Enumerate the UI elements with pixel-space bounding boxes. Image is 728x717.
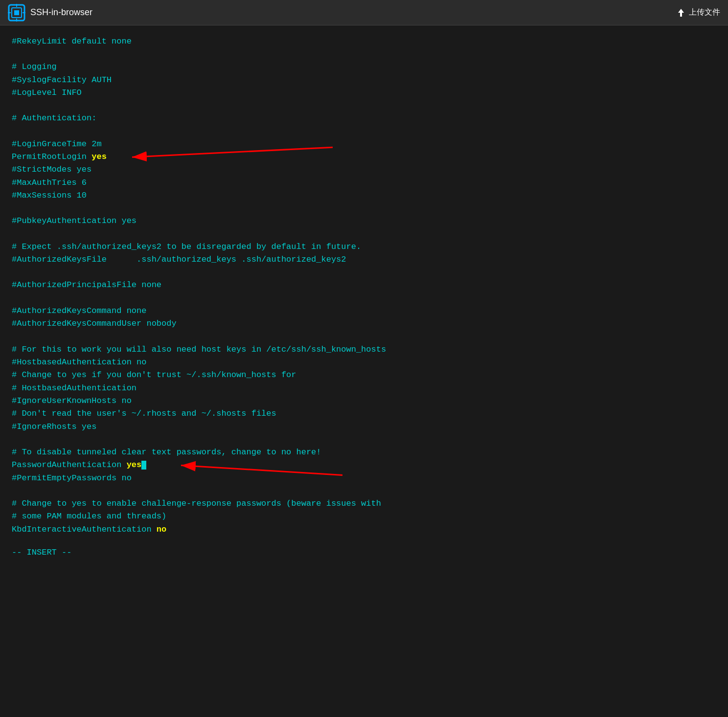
blank-line [12, 99, 716, 112]
code-line: # Change to yes to enable challenge-resp… [12, 497, 716, 510]
terminal-area[interactable]: #RekeyLimit default none # Logging #Sysl… [0, 25, 728, 546]
code-line: # HostbasedAuthentication [12, 382, 716, 395]
code-line: #RekeyLimit default none [12, 35, 716, 48]
code-line: #AuthorizedKeysCommandUser nobody [12, 317, 716, 330]
code-line: #StrictModes yes [12, 163, 716, 176]
blank-line [12, 485, 716, 497]
blank-line [12, 48, 716, 61]
code-line: # Change to yes if you don't trust ~/.ss… [12, 369, 716, 381]
svg-rect-2 [14, 10, 19, 15]
blank-line [12, 433, 716, 446]
svg-marker-7 [678, 9, 684, 17]
app-title: SSH-in-browser [30, 7, 92, 18]
code-line: # Authentication: [12, 112, 716, 125]
insert-mode-label: -- INSERT -- [12, 548, 71, 557]
code-line: #SyslogFacility AUTH [12, 74, 716, 87]
password-auth-line: PasswordAuthentication yes [12, 459, 716, 471]
text-cursor [141, 461, 146, 470]
permit-root-login-line: PermitRootLogin yes [12, 151, 716, 163]
code-line: #AuthorizedPrincipalsFile none [12, 279, 716, 291]
code-line: #AuthorizedKeysFile .ssh/authorized_keys… [12, 253, 716, 266]
code-line: # Logging [12, 61, 716, 73]
code-line: #PubkeyAuthentication yes [12, 215, 716, 227]
code-line: # Expect .ssh/authorized_keys2 to be dis… [12, 241, 716, 253]
password-auth-value: yes [127, 460, 142, 470]
code-line: # For this to work you will also need ho… [12, 343, 716, 356]
permit-root-value: yes [91, 152, 107, 161]
blank-line [12, 292, 716, 305]
kbd-interactive-line: KbdInteractiveAuthentication no [12, 523, 716, 536]
code-line: # To disable tunneled clear text passwor… [12, 446, 716, 459]
blank-line [12, 228, 716, 241]
upload-button[interactable]: 上传文件 [676, 7, 720, 18]
header-left: SSH-in-browser [8, 4, 92, 22]
kbd-interactive-value: no [157, 525, 166, 534]
code-line: # some PAM modules and threads) [12, 510, 716, 523]
code-line: #MaxAuthTries 6 [12, 177, 716, 189]
code-line: # Don't read the user's ~/.rhosts and ~/… [12, 407, 716, 420]
code-line: #IgnoreUserKnownHosts no [12, 395, 716, 407]
code-line: #IgnoreRhosts yes [12, 421, 716, 433]
code-line: #AuthorizedKeysCommand none [12, 305, 716, 317]
code-line: #LogLevel INFO [12, 87, 716, 99]
upload-icon [676, 8, 686, 18]
app-header: SSH-in-browser 上传文件 [0, 0, 728, 25]
code-line: #MaxSessions 10 [12, 189, 716, 202]
status-bar: -- INSERT -- [0, 546, 728, 559]
code-line: #HostbasedAuthentication no [12, 356, 716, 369]
app-icon [8, 4, 25, 22]
code-line: #PermitEmptyPasswords no [12, 472, 716, 485]
blank-line [12, 331, 716, 343]
blank-line [12, 125, 716, 138]
blank-line [12, 202, 716, 215]
code-line: #LoginGraceTime 2m [12, 138, 716, 151]
upload-label: 上传文件 [689, 7, 720, 18]
blank-line [12, 266, 716, 279]
